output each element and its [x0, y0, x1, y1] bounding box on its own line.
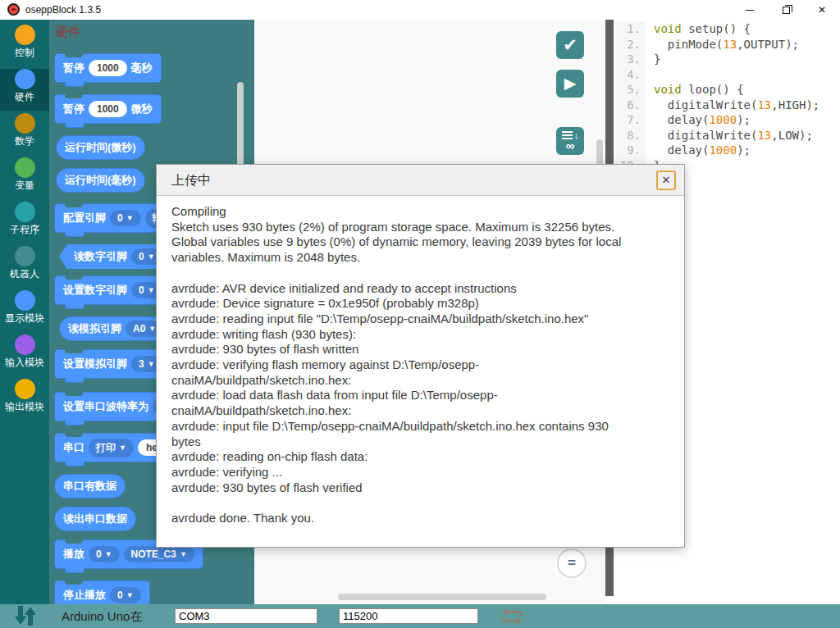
chevron-down-icon: ▼ — [148, 325, 156, 333]
minimize-button[interactable] — [732, 0, 768, 20]
category-color-dot — [15, 379, 35, 399]
chevron-down-icon: ▼ — [126, 591, 134, 599]
chevron-down-icon: ▼ — [180, 550, 187, 558]
palette-block-1[interactable]: 暂停1000微秒 — [54, 94, 162, 124]
restore-button[interactable] — [768, 0, 804, 20]
line-number: 8. — [615, 128, 646, 143]
upload-dialog: 上传中 ✕ Compiling Sketch uses 930 bytes (2… — [156, 164, 685, 548]
block-label: 串口 — [63, 440, 84, 455]
dialog-close-button[interactable]: ✕ — [656, 171, 676, 190]
block-dropdown[interactable]: 0▼ — [110, 210, 141, 226]
block-label: 配置引脚 — [63, 211, 106, 225]
serial-port-input[interactable] — [175, 608, 317, 624]
category-sidebar: 控制硬件数学变量子程序机器人显示模块输入模块输出模块 — [0, 20, 49, 604]
category-color-dot — [15, 334, 35, 355]
category-color-dot — [15, 246, 35, 266]
block-dropdown[interactable]: NOTE_C3▼ — [124, 546, 194, 562]
block-label: 读数字引脚 — [74, 249, 127, 264]
restore-icon — [783, 7, 790, 14]
block-value-input[interactable]: 1000 — [89, 60, 127, 76]
sidebar-item-4[interactable]: 子程序 — [0, 202, 49, 243]
block-dropdown[interactable]: 打印▼ — [89, 439, 134, 457]
palette-block-14[interactable]: 停止播放0▼ — [54, 580, 150, 604]
block-label: 设置模拟引脚 — [63, 357, 127, 371]
block-label: 微秒 — [131, 102, 153, 116]
line-number: 6. — [615, 98, 646, 113]
category-color-dot — [15, 113, 35, 134]
category-label: 硬件 — [0, 90, 49, 104]
bottom-bar: Arduino Uno在 — [0, 604, 840, 628]
category-color-dot — [15, 25, 35, 45]
code-line: 6. digitalWrite(13,HIGH); — [615, 98, 840, 113]
refresh-port-icon[interactable] — [499, 607, 525, 626]
palette-block-12[interactable]: 读出串口数据 — [54, 507, 136, 531]
title-bar: oseppBlock 1.3.5 ✕ — [0, 0, 840, 20]
block-label: 暂停 — [63, 61, 84, 75]
sidebar-item-5[interactable]: 机器人 — [0, 246, 49, 288]
chevron-down-icon: ▼ — [148, 253, 155, 261]
block-label: 毫秒 — [131, 61, 153, 75]
close-window-button[interactable]: ✕ — [804, 0, 840, 20]
category-label: 子程序 — [0, 223, 49, 237]
dialog-title: 上传中 — [171, 165, 211, 196]
baud-rate-input[interactable] — [339, 608, 478, 624]
sidebar-item-7[interactable]: 输入模块 — [0, 334, 49, 376]
palette-block-0[interactable]: 暂停1000毫秒 — [54, 53, 162, 83]
sidebar-item-8[interactable]: 输出模块 — [0, 379, 49, 421]
code-line: 8. digitalWrite(13,LOW); — [615, 128, 840, 143]
code-line: 9. delay(1000); — [615, 143, 840, 158]
line-number: 7. — [615, 112, 646, 128]
block-label: 暂停 — [63, 102, 84, 116]
category-color-dot — [15, 202, 35, 222]
line-number: 5. — [615, 82, 646, 98]
dialog-log: Compiling Sketch uses 930 bytes (2%) of … — [157, 196, 684, 535]
upload-code-button[interactable]: ↓ ∞ — [556, 127, 584, 155]
arduino-infinity-icon: ∞ — [556, 140, 584, 152]
block-label: 设置数字引脚 — [63, 283, 127, 298]
category-color-dot — [15, 69, 35, 89]
arduino-app-icon — [7, 3, 20, 16]
block-dropdown[interactable]: 0▼ — [89, 546, 120, 562]
sidebar-item-6[interactable]: 显示模块 — [0, 290, 49, 332]
palette-block-8[interactable]: 设置模拟引脚3▼ — [54, 349, 171, 379]
line-number: 1. — [615, 21, 646, 37]
sidebar-item-3[interactable]: 变量 — [0, 157, 49, 199]
sidebar-item-1[interactable]: 硬件 — [0, 69, 49, 111]
code-line: 1.void setup() { — [615, 21, 840, 37]
zoom-reset-button[interactable]: = — [557, 548, 587, 578]
palette-header: 硬件 — [56, 25, 80, 40]
block-label: 播放 — [63, 547, 84, 562]
category-label: 输入模块 — [0, 356, 49, 370]
category-color-dot — [15, 157, 35, 178]
category-label: 输出模块 — [0, 400, 49, 414]
category-label: 数学 — [0, 134, 49, 148]
sidebar-item-0[interactable]: 控制 — [0, 25, 49, 66]
board-name-label: Arduino Uno在 — [62, 604, 142, 628]
chevron-down-icon: ▼ — [148, 360, 155, 368]
app-window: oseppBlock 1.3.5 ✕ 控制硬件数学变量子程序机器人显示模块输入模… — [0, 0, 840, 628]
code-line: 5.void loop() { — [615, 82, 840, 98]
sidebar-item-2[interactable]: 数学 — [0, 113, 49, 155]
palette-block-6[interactable]: 设置数字引脚0▼ — [54, 275, 171, 305]
palette-block-2[interactable]: 运行时间(微秒) — [56, 135, 145, 160]
dialog-header: 上传中 ✕ — [157, 165, 684, 196]
category-color-dot — [15, 290, 35, 311]
run-upload-button[interactable]: ▶ — [556, 70, 584, 98]
code-line: 2. pinMode(13,OUTPUT); — [615, 37, 840, 52]
verify-button[interactable]: ✔ — [556, 31, 584, 59]
serial-updown-icon — [13, 605, 38, 626]
palette-block-3[interactable]: 运行时间(毫秒) — [56, 168, 145, 193]
code-line: 7. delay(1000); — [615, 112, 840, 128]
code-line: 4. — [615, 67, 840, 83]
workspace-horizontal-scrollbar[interactable] — [338, 594, 546, 600]
block-label: 运行时间(毫秒) — [65, 173, 136, 188]
chevron-down-icon: ▼ — [148, 286, 155, 294]
category-label: 显示模块 — [0, 312, 49, 325]
category-label: 变量 — [0, 179, 49, 193]
line-number: 4. — [615, 67, 646, 83]
block-label: 读模拟引脚 — [68, 321, 121, 336]
block-label: 停止播放 — [63, 588, 106, 603]
block-dropdown[interactable]: 0▼ — [110, 587, 141, 603]
block-value-input[interactable]: 1000 — [89, 101, 127, 117]
palette-block-11[interactable]: 串口有数据 — [54, 474, 126, 498]
